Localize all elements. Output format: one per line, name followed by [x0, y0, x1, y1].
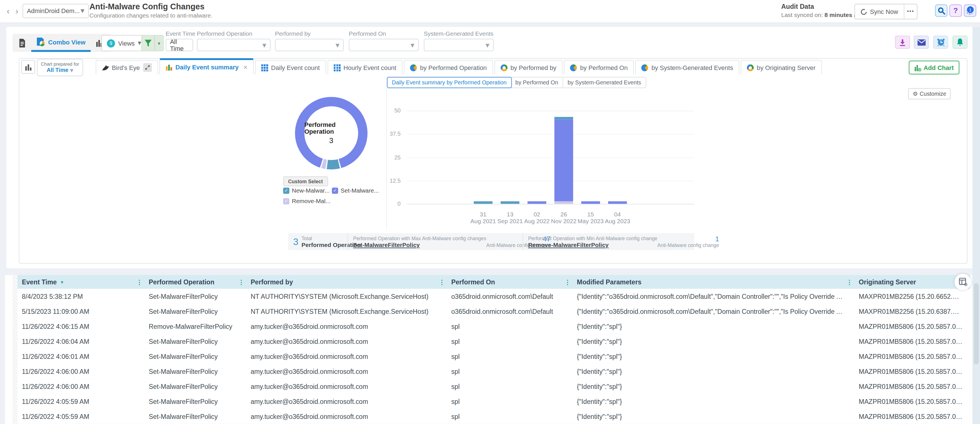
cell-modified-parameters: {"Identity":"spl"}	[573, 394, 854, 409]
bar-31-aug-2021[interactable]	[474, 201, 492, 204]
forward-icon[interactable]: ›	[13, 5, 21, 17]
table-row[interactable]: 11/26/2022 4:06:01 AMSet-MalwareFilterPo…	[18, 349, 970, 365]
scrollbar-thumb[interactable]	[974, 283, 979, 365]
cell-performed-by: amy.tucker@o365droid.onmicrosoft.com	[247, 409, 447, 424]
top-bar: ‹ › AdminDroid Dem... ▼ Anti-Malware Con…	[0, 0, 980, 23]
column-settings-button[interactable]: ⚙	[955, 274, 972, 290]
legend-checkbox[interactable]: ✓	[283, 198, 290, 204]
table-row[interactable]: 11/26/2022 4:06:00 AMSet-MalwareFilterPo…	[18, 379, 970, 395]
schedule-button[interactable]	[933, 36, 948, 49]
filter-select[interactable]: ▼	[275, 39, 344, 51]
task-status-button[interactable]: 1	[964, 4, 976, 17]
cell-modified-parameters: {"Identity":"o365droid.onmicrosoft.com\D…	[573, 289, 854, 304]
cell-performed-operation: Set-MalwareFilterPolicy	[145, 379, 247, 394]
chart-tab-by-system-generated-events[interactable]: by System-Generated Events	[635, 60, 739, 75]
filter-dropdown-arrow[interactable]: ▼	[154, 36, 163, 51]
column-header-originating-server[interactable]: Originating Server⋮	[854, 275, 970, 289]
column-header-event-time[interactable]: Event Time▼⋮	[18, 275, 145, 289]
filter-select[interactable]: ▼	[424, 39, 494, 51]
bar-13-sep-2021[interactable]	[501, 201, 519, 204]
views-dropdown-button[interactable]: 9 Views ▼	[101, 35, 147, 51]
column-menu-icon[interactable]: ⋮	[846, 279, 853, 285]
chart-subtab-by-performed-on[interactable]: by Performed On	[511, 78, 563, 88]
add-chart-button[interactable]: Add Chart	[908, 61, 959, 75]
chart-subtab-daily-event-summary-by-performed-operation[interactable]: Daily Event summary by Performed Operati…	[387, 77, 512, 88]
download-button[interactable]	[895, 36, 910, 49]
bar-04-aug-2023[interactable]	[608, 201, 627, 204]
bar-02-aug-2022[interactable]	[528, 201, 546, 204]
legend-label: New-Malwar...	[292, 187, 329, 194]
table-row[interactable]: 11/26/2022 4:06:04 AMSet-MalwareFilterPo…	[18, 334, 970, 349]
filter-split-button[interactable]: ▼	[141, 35, 164, 51]
customize-button[interactable]: ⚙ Customize	[908, 88, 951, 99]
column-menu-icon[interactable]: ⋮	[136, 279, 142, 285]
column-menu-icon[interactable]: ⋮	[564, 279, 571, 285]
filter-select[interactable]: ▼	[197, 39, 270, 51]
expand-icon[interactable]	[143, 63, 152, 72]
summary-strip: 3 Total Performed Operation Performed Op…	[288, 233, 695, 250]
chart-tab-by-performed-operation[interactable]: by Performed Operation	[404, 60, 493, 75]
bar-chart[interactable]: 012.52537.55031Aug 202113Sep 202102Aug 2…	[407, 111, 694, 204]
alerts-button[interactable]	[953, 36, 967, 49]
min-operation-link[interactable]: Remove-MalwareFilterPolicy	[528, 241, 657, 248]
chart-tab-by-performed-by[interactable]: by Performed by	[494, 60, 562, 75]
max-operation-link[interactable]: Set-MalwareFilterPolicy	[353, 241, 486, 248]
tab-donut-icon	[747, 64, 754, 71]
table-view-button[interactable]	[13, 34, 31, 52]
legend-item-new-malwar-[interactable]: ✓New-Malwar...	[283, 187, 329, 194]
chart-tab-hourly-event-count[interactable]: Hourly Event count	[327, 60, 402, 75]
search-button[interactable]	[935, 4, 947, 17]
page-scrollbar[interactable]	[973, 27, 980, 424]
more-options-button[interactable]: •••	[904, 4, 917, 19]
legend-item-set-malware-[interactable]: ✓Set-Malware...	[332, 187, 379, 194]
chart-tab-by-originating-server[interactable]: by Originating Server	[740, 60, 822, 75]
bar-segment-new-malwarefilterpolicy	[554, 117, 573, 120]
legend-item-remove-mal-[interactable]: ✓Remove-Mal...	[283, 198, 331, 204]
table-row[interactable]: 11/26/2022 4:06:15 AMRemove-MalwareFilte…	[18, 319, 970, 335]
chevron-down-icon: ▼	[485, 42, 490, 48]
column-menu-icon[interactable]: ⋮	[238, 279, 244, 285]
column-header-performed-on[interactable]: Performed On⋮	[447, 275, 573, 289]
bar-15-may-2023[interactable]	[581, 201, 600, 204]
column-header-performed-operation[interactable]: Performed Operation⋮	[145, 275, 247, 289]
chart-prepared-for-selector[interactable]: Chart prepared for All Time ▼	[37, 59, 83, 76]
column-header-performed-by[interactable]: Performed by⋮	[247, 275, 447, 289]
table-row[interactable]: 11/26/2022 4:05:59 AMSet-MalwareFilterPo…	[18, 394, 970, 410]
table-row[interactable]: 11/26/2022 4:06:00 AMSet-MalwareFilterPo…	[18, 364, 970, 379]
close-icon[interactable]: ×	[244, 64, 248, 70]
tab-combo-view[interactable]: Combo View	[31, 34, 90, 52]
cell-performed-on: o365droid.onmicrosoft.com\Default	[447, 289, 573, 304]
filter-select[interactable]: ▼	[349, 39, 419, 51]
column-header-modified-parameters[interactable]: Modified Parameters⋮	[573, 275, 854, 289]
back-icon[interactable]: ‹	[4, 5, 13, 17]
workspace-selector[interactable]: AdminDroid Dem... ▼	[22, 4, 89, 18]
legend-checkbox[interactable]: ✓	[283, 187, 290, 193]
filter-input[interactable]: All Time	[165, 39, 193, 51]
chart-tab-by-performed-on[interactable]: by Performed On	[564, 60, 634, 75]
legend-checkbox[interactable]: ✓	[332, 187, 338, 193]
email-button[interactable]	[914, 36, 929, 49]
table-row[interactable]: 8/4/2023 5:38:12 PMSet-MalwareFilterPoli…	[18, 289, 970, 304]
filter-value: All Time	[170, 38, 189, 52]
bar-segment-remove-malwarefilterpolicy	[554, 201, 573, 204]
sync-now-button[interactable]: Sync Now	[855, 4, 904, 19]
cell-performed-by: amy.tucker@o365droid.onmicrosoft.com	[247, 349, 447, 364]
custom-select-button[interactable]: Custom Select	[283, 176, 328, 186]
help-button[interactable]: ?	[950, 4, 962, 17]
bar-26-nov-2022[interactable]	[554, 117, 573, 204]
tab-bird-icon	[102, 64, 109, 71]
column-menu-icon[interactable]: ⋮	[439, 279, 445, 285]
chart-tab-bird-s-eye[interactable]: Bird's Eye	[96, 60, 158, 75]
sort-desc-icon[interactable]: ▼	[60, 280, 64, 284]
cell-performed-on: spl	[447, 319, 573, 334]
cell-event-time: 8/4/2023 5:38:12 PM	[18, 289, 145, 304]
prepared-for-label: Chart prepared for	[37, 61, 83, 67]
table-row[interactable]: 5/15/2023 11:09:00 AMSet-MalwareFilterPo…	[18, 304, 970, 319]
donut-center-label: Performed Operation	[304, 121, 358, 135]
table-row[interactable]: 11/26/2022 4:05:59 AMSet-MalwareFilterPo…	[18, 409, 970, 424]
chart-tab-daily-event-summary[interactable]: Daily Event summary×	[159, 58, 253, 74]
chart-subtab-by-system-generated-events[interactable]: by System-Generated Events	[563, 78, 645, 88]
chart-list-button[interactable]	[21, 60, 35, 74]
chevron-down-icon: ▼	[410, 42, 415, 48]
chart-tab-daily-event-count[interactable]: Daily Event count	[255, 60, 326, 75]
